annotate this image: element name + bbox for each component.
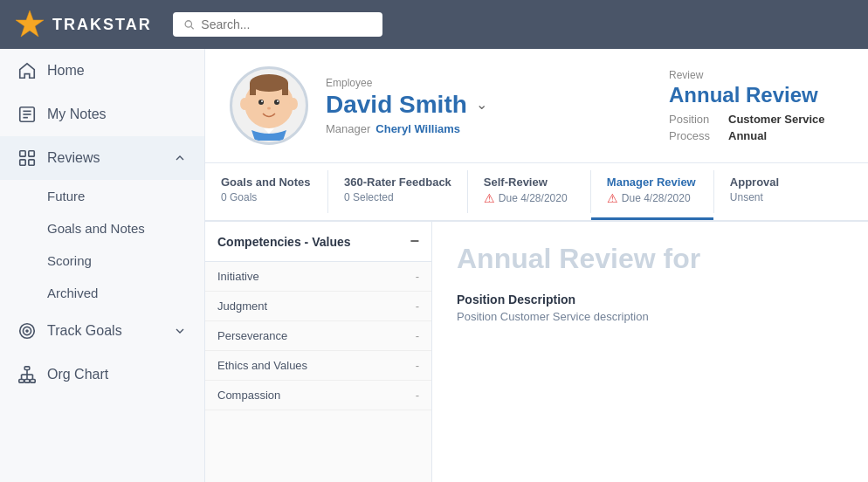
svg-marker-0 [16, 10, 44, 37]
competency-item-ethics[interactable]: Ethics and Values - [205, 351, 431, 381]
org-icon [17, 365, 37, 384]
competencies-header-title: Competencies - Values [217, 235, 351, 249]
tab-approval-title: Approval [730, 176, 821, 189]
employee-dropdown-icon[interactable]: ⌄ [476, 96, 487, 113]
tab-360-rater-title: 360-Rater Feedback [344, 176, 451, 189]
notes-icon [17, 105, 37, 124]
top-nav: TRAKSTAR [0, 0, 868, 49]
employee-header: Employee David Smith ⌄ Manager Cheryl Wi… [205, 49, 868, 163]
svg-rect-7 [20, 151, 25, 156]
employee-name-row: David Smith ⌄ [326, 91, 651, 119]
svg-rect-10 [29, 160, 34, 165]
sidebar-item-home[interactable]: Home [0, 49, 204, 93]
review-process-label: Process [669, 129, 721, 142]
competency-compassion-value: - [416, 389, 419, 402]
avatar-image [234, 71, 304, 141]
manager-name[interactable]: Cheryl Williams [375, 122, 460, 135]
competencies-header: Competencies - Values − [205, 222, 431, 262]
svg-rect-15 [19, 380, 24, 383]
svg-rect-16 [24, 380, 30, 383]
sidebar-item-reviews[interactable]: Reviews [0, 136, 204, 180]
logo: TRAKSTAR [14, 9, 152, 40]
content-lower: Competencies - Values − Initiative - Jud… [205, 222, 868, 482]
tab-manager-review[interactable]: Manager Review ⚠ Due 4/28/2020 [591, 163, 713, 220]
sidebar-item-my-notes[interactable]: My Notes [0, 93, 204, 136]
competency-judgment-label: Judgment [217, 300, 267, 313]
competency-ethics-value: - [416, 359, 419, 372]
annual-review-heading: Annual Review for [457, 243, 844, 275]
svg-rect-9 [20, 160, 25, 165]
trakstar-logo-icon [14, 9, 45, 40]
tab-goals-and-notes[interactable]: Goals and Notes 0 Goals [205, 163, 327, 220]
employee-info: Employee David Smith ⌄ Manager Cheryl Wi… [326, 77, 651, 135]
tab-self-review-sub: ⚠ Due 4/28/2020 [484, 191, 575, 205]
tab-approval[interactable]: Approval Unsent [714, 163, 837, 220]
svg-rect-8 [29, 151, 34, 156]
search-bar[interactable] [173, 12, 382, 37]
manager-label: Manager [326, 122, 370, 135]
search-icon [183, 18, 195, 31]
competency-item-perseverance[interactable]: Perseverance - [205, 321, 431, 351]
self-review-warning-icon: ⚠ [484, 191, 495, 205]
tab-goals-and-notes-title: Goals and Notes [221, 176, 312, 189]
svg-rect-17 [31, 380, 35, 383]
review-position-label: Position [669, 113, 721, 126]
tab-self-review-title: Self-Review [484, 176, 575, 189]
review-content: Annual Review for Position Description P… [432, 222, 868, 482]
tab-360-rater[interactable]: 360-Rater Feedback 0 Selected [328, 163, 467, 220]
tab-self-review[interactable]: Self-Review ⚠ Due 4/28/2020 [468, 163, 590, 220]
competencies-collapse-icon[interactable]: − [410, 232, 419, 251]
svg-point-28 [274, 100, 279, 105]
sidebar-item-home-label: Home [47, 63, 187, 79]
sidebar-item-reviews-label: Reviews [47, 150, 162, 166]
sidebar-sub-item-archived[interactable]: Archived [0, 277, 204, 309]
avatar [230, 66, 308, 145]
svg-point-33 [289, 98, 298, 110]
competency-item-compassion[interactable]: Compassion - [205, 381, 431, 410]
sidebar-sub-item-future[interactable]: Future [0, 180, 204, 212]
content-area: Employee David Smith ⌄ Manager Cheryl Wi… [205, 49, 868, 482]
svg-point-32 [240, 98, 249, 110]
sidebar: Home My Notes Reviews Future Goals and N… [0, 49, 205, 482]
competency-judgment-value: - [416, 300, 419, 313]
sidebar-item-org-chart[interactable]: Org Chart [0, 353, 204, 396]
sidebar-item-track-goals-label: Track Goals [47, 323, 162, 339]
tab-manager-review-sub: ⚠ Due 4/28/2020 [607, 191, 698, 205]
tab-goals-and-notes-sub: 0 Goals [221, 191, 312, 203]
svg-point-30 [277, 100, 279, 102]
reviews-icon [17, 148, 37, 168]
svg-point-13 [26, 330, 28, 332]
tab-manager-review-title: Manager Review [607, 176, 698, 189]
review-title: Annual Review [669, 83, 844, 107]
reviews-chevron-icon [173, 151, 187, 165]
svg-point-1 [185, 21, 191, 27]
sidebar-item-track-goals[interactable]: Track Goals [0, 309, 204, 353]
employee-section-label: Employee [326, 77, 651, 89]
employee-manager-row: Manager Cheryl Williams [326, 122, 651, 135]
logo-text: TRAKSTAR [52, 16, 152, 34]
competency-initiative-label: Initiative [217, 270, 259, 283]
employee-name: David Smith [326, 91, 467, 119]
goals-icon [17, 321, 37, 341]
svg-point-31 [267, 107, 271, 110]
sidebar-sub-item-scoring[interactable]: Scoring [0, 244, 204, 277]
search-input[interactable] [201, 17, 371, 31]
track-goals-chevron-icon [173, 324, 187, 338]
competencies-panel: Competencies - Values − Initiative - Jud… [205, 222, 432, 482]
competency-item-judgment[interactable]: Judgment - [205, 292, 431, 321]
sidebar-item-my-notes-label: My Notes [47, 107, 187, 122]
svg-point-27 [258, 100, 264, 105]
manager-review-warning-icon: ⚠ [607, 191, 618, 205]
review-process-value: Annual [728, 129, 767, 142]
competency-item-initiative[interactable]: Initiative - [205, 262, 431, 292]
competency-compassion-label: Compassion [217, 389, 280, 402]
review-process-row: Process Annual [669, 129, 844, 142]
position-description-text: Position Customer Service description [457, 310, 844, 323]
sidebar-sub-item-goals-and-notes[interactable]: Goals and Notes [0, 212, 204, 244]
competency-perseverance-value: - [416, 329, 419, 342]
review-position-value: Customer Service [728, 113, 825, 126]
svg-rect-14 [24, 367, 30, 370]
main-layout: Home My Notes Reviews Future Goals and N… [0, 49, 868, 482]
review-info: Review Annual Review Position Customer S… [669, 69, 844, 142]
tab-360-rater-sub: 0 Selected [344, 191, 451, 203]
